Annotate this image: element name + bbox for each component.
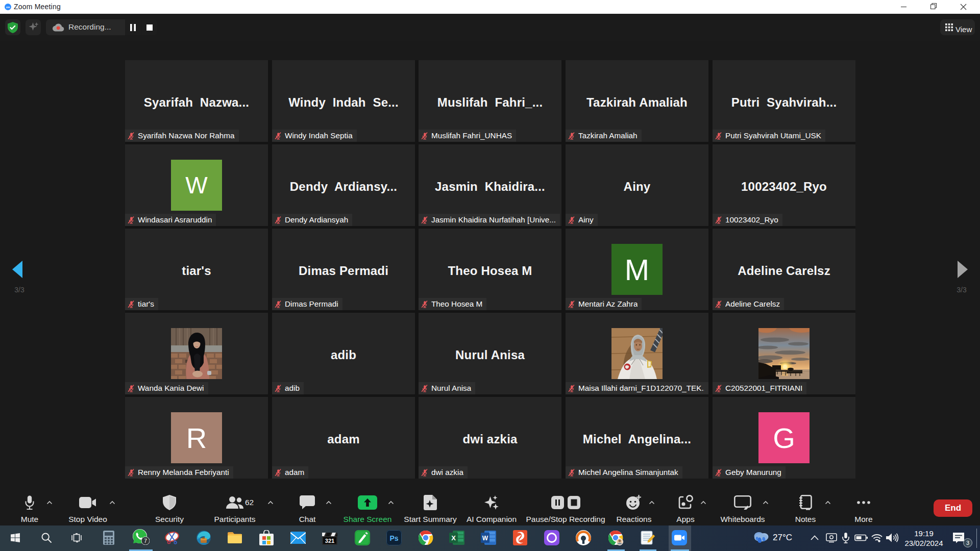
svg-text:321: 321 [325, 538, 334, 544]
svg-text:3: 3 [966, 540, 969, 546]
svg-text:X: X [451, 534, 456, 542]
svg-text:7: 7 [144, 538, 147, 544]
svg-text:W: W [482, 535, 488, 542]
svg-text:Ps: Ps [389, 534, 398, 542]
svg-text:zm: zm [6, 6, 10, 9]
